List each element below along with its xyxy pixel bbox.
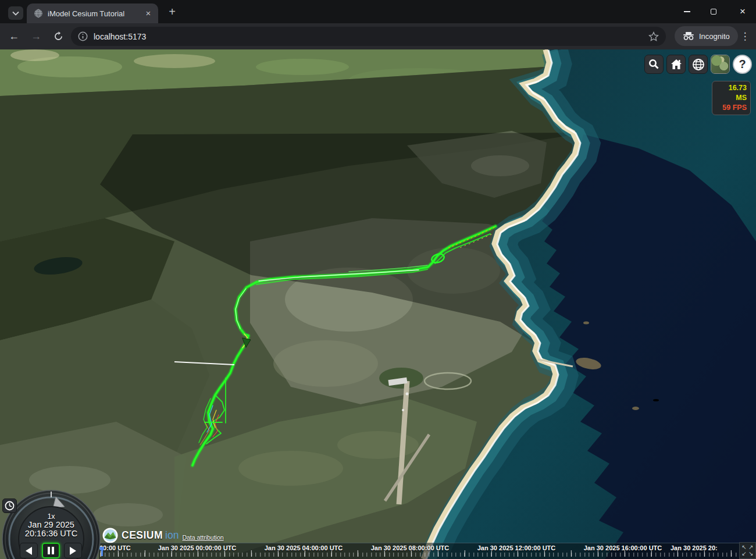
reload-button[interactable] xyxy=(50,29,66,45)
fullscreen-button[interactable]: ↖ ↗ ↙ ↘ xyxy=(739,542,756,559)
search-icon xyxy=(648,59,659,70)
site-info-icon[interactable] xyxy=(78,31,88,41)
timeline-label: Jan 30 2025 00:00:00 UTC xyxy=(158,544,237,551)
tab-close-button[interactable]: × xyxy=(143,8,154,19)
home-icon xyxy=(671,59,682,70)
bookmark-star-icon[interactable] xyxy=(648,31,659,42)
play-reverse-button[interactable] xyxy=(20,543,38,558)
url-text[interactable]: localhost:5173 xyxy=(94,32,648,41)
expand-arrow-icon: ↘ xyxy=(748,551,753,557)
cesium-credit: CESIUM ion Data attribution xyxy=(102,528,224,543)
new-tab-button[interactable]: + xyxy=(165,5,179,19)
clock-icon xyxy=(5,501,15,511)
play-reverse-icon xyxy=(26,547,32,555)
timeline-label: Jan 30 2025 20: xyxy=(671,544,718,551)
help-button[interactable]: ? xyxy=(733,55,752,74)
timeline-label: Jan 30 2025 04:00:00 UTC xyxy=(265,544,343,551)
tab-search-button[interactable] xyxy=(8,6,23,20)
minimize-icon xyxy=(684,11,690,12)
expand-arrow-icon: ↙ xyxy=(742,551,747,557)
back-button[interactable]: ← xyxy=(6,29,22,45)
boat xyxy=(653,399,659,401)
expand-arrow-icon: ↖ xyxy=(742,544,747,550)
timeline-label: Jan 30 2025 12:00:00 UTC xyxy=(477,544,556,551)
window-minimize-button[interactable] xyxy=(673,0,700,23)
window-maximize-button[interactable] xyxy=(700,0,727,23)
timeline-label: Jan 30 2025 08:00:00 UTC xyxy=(371,544,450,551)
ion-brand-text: ion xyxy=(165,529,179,542)
animation-readout: 1x Jan 29 2025 20:16:36 UTC xyxy=(0,512,102,538)
address-bar[interactable]: localhost:5173 xyxy=(71,27,666,46)
home-button[interactable] xyxy=(666,55,686,74)
chevron-down-icon xyxy=(12,11,19,16)
search-button[interactable] xyxy=(644,55,664,74)
browser-menu-button[interactable]: ⋮ xyxy=(736,27,754,46)
reload-icon xyxy=(54,31,63,41)
clock-toggle-button[interactable] xyxy=(2,499,17,513)
base-layer-picker-button[interactable] xyxy=(711,55,730,74)
tab-strip: iModel Cesium Tutorial × + × xyxy=(0,0,756,23)
data-attribution-link[interactable]: Data attribution xyxy=(182,534,223,541)
cesium-viewport[interactable]: ? 16.73 MS 59 FPS CESIUM ion Data attrib… xyxy=(0,49,756,559)
cesium-logo-icon xyxy=(102,528,118,543)
incognito-label: Incognito xyxy=(699,32,730,41)
globe-icon xyxy=(692,58,705,71)
timeline-label: Jan 30 2025 16:00:00 UTC xyxy=(584,544,662,551)
frame-time-value: 16.73 MS xyxy=(716,83,747,103)
globe-favicon xyxy=(34,9,43,18)
pause-button[interactable] xyxy=(42,543,60,558)
animation-date: Jan 29 2025 xyxy=(0,521,102,529)
cesium-brand-text: CESIUM xyxy=(122,529,163,542)
animation-time: 20:16:36 UTC xyxy=(0,529,102,538)
forward-button[interactable]: → xyxy=(28,29,44,45)
expand-arrow-icon: ↗ xyxy=(748,544,753,550)
timeline-bar[interactable]: 00:00 UTC Jan 30 2025 00:00:00 UTC Jan 3… xyxy=(99,543,756,559)
map-canvas[interactable] xyxy=(0,49,756,559)
imagery-thumbnail-icon xyxy=(711,55,729,73)
window-close-button[interactable]: × xyxy=(729,0,756,23)
browser-window: iModel Cesium Tutorial × + × ← → localho… xyxy=(0,0,756,559)
scene-mode-button[interactable] xyxy=(689,55,708,74)
fps-value: 59 FPS xyxy=(716,103,747,113)
playback-speed: 1x xyxy=(0,512,102,521)
question-mark-icon: ? xyxy=(739,58,746,71)
playback-controls xyxy=(20,543,82,558)
pause-icon xyxy=(48,547,54,554)
browser-tab[interactable]: iModel Cesium Tutorial × xyxy=(27,3,158,23)
incognito-badge: Incognito xyxy=(675,26,738,46)
play-forward-button[interactable] xyxy=(64,543,82,558)
maximize-icon xyxy=(711,9,716,15)
play-forward-icon xyxy=(70,547,76,555)
tab-title: iModel Cesium Tutorial xyxy=(48,9,143,18)
incognito-icon xyxy=(683,32,694,40)
performance-display: 16.73 MS 59 FPS xyxy=(712,81,751,115)
